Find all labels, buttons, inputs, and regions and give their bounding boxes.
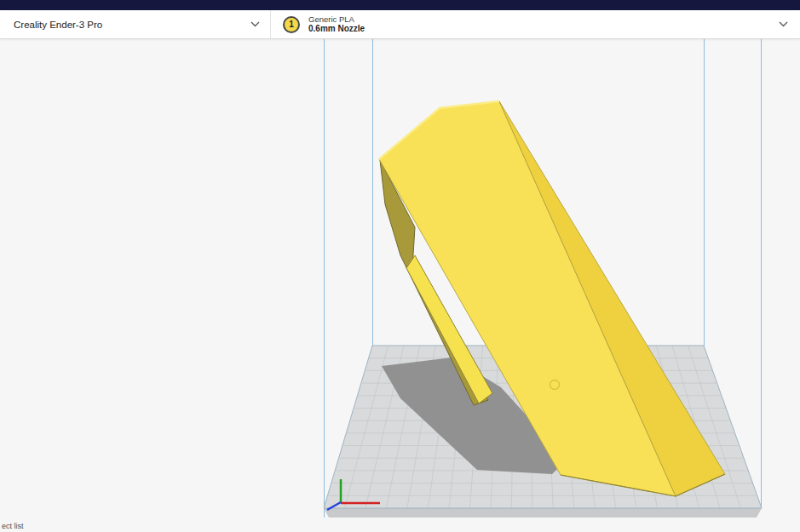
object-list-label[interactable]: ect list — [2, 522, 24, 530]
configuration-toolbar: Creality Ender-3 Pro 1 Generic PLA 0.6mm… — [0, 10, 800, 39]
build-plate-skirt — [324, 508, 762, 518]
nozzle-size: 0.6mm Nozzle — [308, 24, 365, 34]
chevron-down-icon — [250, 21, 260, 27]
printer-selector[interactable]: Creality Ender-3 Pro — [0, 10, 271, 38]
material-info: Generic PLA 0.6mm Nozzle — [308, 14, 365, 34]
material-name: Generic PLA — [308, 14, 365, 24]
app-header-bar — [0, 0, 800, 10]
scene-3d[interactable] — [0, 39, 800, 532]
chevron-down-icon — [779, 21, 788, 27]
cura-window: Creality Ender-3 Pro 1 Generic PLA 0.6mm… — [0, 0, 800, 532]
extruder-badge: 1 — [283, 16, 300, 33]
printer-name: Creality Ender-3 Pro — [14, 20, 102, 30]
material-selector[interactable]: 1 Generic PLA 0.6mm Nozzle — [271, 10, 800, 38]
viewport-3d[interactable]: ect list — [0, 39, 800, 532]
